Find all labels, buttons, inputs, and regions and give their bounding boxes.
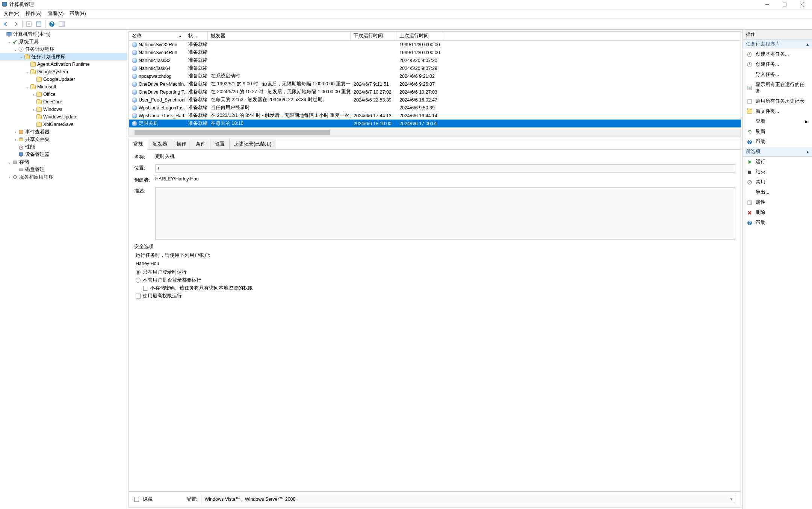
checkbox-hidden[interactable] <box>134 497 139 502</box>
properties-button[interactable] <box>34 20 43 29</box>
action-help-2[interactable]: ?帮助 <box>743 218 812 228</box>
task-row[interactable]: WpsUpdateTask_Harl...准备就绪在 2023/12/1 的 8… <box>129 112 741 120</box>
configure-select[interactable]: Windows Vista™、Windows Server™ 2008 <box>201 495 735 504</box>
tab-triggers[interactable]: 触发器 <box>148 139 172 149</box>
tree-pane[interactable]: 计算机管理(本地) ⌄ 系统工具 <box>0 30 127 509</box>
maximize-button[interactable] <box>776 0 793 9</box>
expand-icon[interactable]: › <box>7 175 12 179</box>
action-create-basic[interactable]: 创建基本任务... <box>743 49 812 59</box>
list-body[interactable]: NahimicSvc32Run准备就绪1999/11/30 0:00:00Nah… <box>129 41 741 129</box>
tree-disk-mgmt[interactable]: 磁盘管理 <box>0 166 127 173</box>
collapse-icon[interactable]: ⌄ <box>25 70 30 74</box>
menu-help[interactable]: 帮助(H) <box>67 9 89 18</box>
task-row[interactable]: NahimicSvc64Run准备就绪1999/11/30 0:00:00 <box>129 48 741 56</box>
tab-history[interactable]: 历史记录(已禁用) <box>230 139 276 149</box>
action-run[interactable]: 运行 <box>743 157 812 167</box>
tree-system-tools[interactable]: ⌄ 系统工具 <box>0 38 127 45</box>
tab-general[interactable]: 常规 <box>129 139 148 150</box>
minimize-button[interactable] <box>759 0 776 9</box>
up-button[interactable] <box>24 20 33 29</box>
task-row[interactable]: npcapwatchdog准备就绪在系统启动时2024/6/6 9:21:02 <box>129 72 741 80</box>
tree-event-viewer[interactable]: ›事件查看器 <box>0 128 127 136</box>
task-row[interactable]: User_Feed_Synchroni...准备就绪在每天的 22:53 - 触… <box>129 96 741 104</box>
task-row[interactable]: 定时关机准备就绪在每天的 18:102024/6/6 18:10:002024/… <box>129 120 741 127</box>
col-trigger[interactable]: 触发器 <box>208 32 351 40</box>
collapse-icon[interactable]: ▴ <box>806 149 809 155</box>
action-import[interactable]: 导入任务... <box>743 70 812 80</box>
help-button[interactable]: ? <box>47 20 56 29</box>
task-row[interactable]: OneDrive Reporting T...准备就绪在 2024/5/26 的… <box>129 88 741 96</box>
tree-task-library[interactable]: ⌄ 任务计划程序库 <box>0 53 127 61</box>
action-export[interactable]: 导出... <box>743 187 812 197</box>
collapse-icon[interactable]: ▴ <box>806 41 809 47</box>
task-row[interactable]: WpsUpdateLogonTas...准备就绪当任何用户登录时2024/6/6… <box>129 104 741 112</box>
tree-windows[interactable]: ›Windows <box>0 106 127 113</box>
actions-section-selected[interactable]: 所选项▴ <box>743 147 812 157</box>
tree-storage[interactable]: ⌄存储 <box>0 158 127 166</box>
action-delete[interactable]: 删除 <box>743 208 812 218</box>
task-row[interactable]: NahimicTask32准备就绪2024/5/20 9:07:30 <box>129 56 741 64</box>
tab-conditions[interactable]: 条件 <box>191 139 210 149</box>
action-create[interactable]: 创建任务... <box>743 59 812 70</box>
horizontal-scrollbar[interactable] <box>129 129 741 136</box>
task-row[interactable]: OneDrive Per-Machin...准备就绪在 1992/5/1 的 9… <box>129 80 741 88</box>
tree-root[interactable]: 计算机管理(本地) <box>0 30 127 38</box>
tree-device-manager[interactable]: 设备管理器 <box>0 151 127 158</box>
tree-xbl-game-save[interactable]: XblGameSave <box>0 121 127 128</box>
scrollbar-thumb[interactable] <box>135 130 330 135</box>
tree-google-updater[interactable]: GoogleUpdater <box>0 76 127 83</box>
tree-agent-activation[interactable]: Agent Activation Runtime <box>0 61 127 68</box>
action-view[interactable]: 查看▶ <box>743 117 812 127</box>
action-enable-history[interactable]: 启用所有任务历史记录 <box>743 96 812 106</box>
tree-onecore[interactable]: OneCore <box>0 98 127 106</box>
radio-any-logged[interactable] <box>136 278 141 283</box>
menu-action[interactable]: 操作(A) <box>23 9 45 18</box>
expand-icon[interactable]: › <box>13 130 18 134</box>
task-status: 准备就绪 <box>185 81 208 87</box>
expand-icon[interactable]: › <box>31 108 36 112</box>
tree-task-scheduler[interactable]: ⌄ 任务计划程序 <box>0 45 127 53</box>
task-row[interactable]: NahimicSvc32Run准备就绪1999/11/30 0:00:00 <box>129 41 741 48</box>
expand-icon[interactable]: › <box>13 138 18 142</box>
collapse-icon[interactable]: ⌄ <box>7 160 12 164</box>
collapse-icon[interactable]: ⌄ <box>13 47 18 52</box>
checkbox-highest[interactable] <box>136 294 141 298</box>
col-next-run[interactable]: 下次运行时间 <box>351 32 396 40</box>
actions-section-library[interactable]: 任务计划程序库▴ <box>743 39 812 49</box>
tree-windows-update[interactable]: WindowsUpdate <box>0 113 127 121</box>
tree-google-system[interactable]: ⌄GoogleSystem <box>0 68 127 76</box>
action-refresh[interactable]: 刷新 <box>743 127 812 137</box>
tab-actions[interactable]: 操作 <box>172 139 191 149</box>
collapse-icon[interactable]: ⌄ <box>7 40 12 44</box>
tab-settings[interactable]: 设置 <box>210 139 230 149</box>
tree-shared-folders[interactable]: ›共享文件夹 <box>0 136 127 143</box>
action-properties[interactable]: 属性 <box>743 197 812 208</box>
action-end[interactable]: 结束 <box>743 167 812 177</box>
checkbox-no-password[interactable] <box>143 286 148 291</box>
radio-only-logged[interactable] <box>136 270 141 275</box>
task-last-run: 2024/6/6 17:00:01 <box>396 121 442 126</box>
tree-performance[interactable]: 性能 <box>0 143 127 151</box>
action-help[interactable]: ?帮助 <box>743 137 812 147</box>
action-show-running[interactable]: 显示所有正在运行的任务 <box>743 80 812 96</box>
action-disable[interactable]: 禁用 <box>743 177 812 187</box>
close-button[interactable] <box>793 0 810 9</box>
expand-icon[interactable]: › <box>31 92 36 97</box>
col-name[interactable]: 名称▲ <box>129 32 185 40</box>
tree-office[interactable]: ›Office <box>0 91 127 98</box>
tree-services-apps[interactable]: ›服务和应用程序 <box>0 173 127 181</box>
show-pane-button[interactable] <box>57 20 66 29</box>
forward-button[interactable] <box>11 20 20 29</box>
task-row[interactable]: NahimicTask64准备就绪2024/5/20 9:07:29 <box>129 64 741 72</box>
title-bar: 计算机管理 <box>0 0 812 9</box>
collapse-icon[interactable]: ⌄ <box>19 55 24 59</box>
back-button[interactable] <box>2 20 11 29</box>
col-last-run[interactable]: 上次运行时间 <box>396 32 442 40</box>
task-name: NahimicTask32 <box>139 58 171 63</box>
col-status[interactable]: 状... <box>185 32 208 40</box>
tree-microsoft[interactable]: ⌄Microsoft <box>0 83 127 91</box>
collapse-icon[interactable]: ⌄ <box>25 85 30 89</box>
menu-file[interactable]: 文件(F) <box>1 9 23 18</box>
menu-view[interactable]: 查看(V) <box>45 9 67 18</box>
action-new-folder[interactable]: 新文件夹... <box>743 106 812 117</box>
